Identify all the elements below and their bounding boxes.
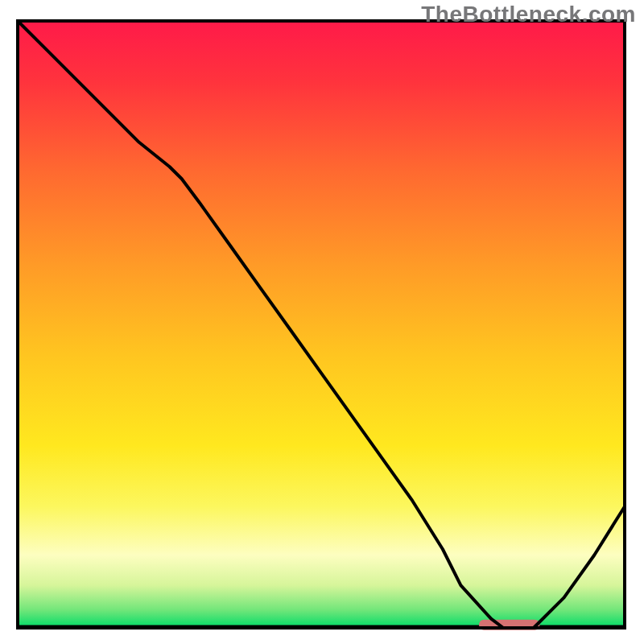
watermark-text: TheBottleneck.com (421, 2, 636, 27)
chart-svg (0, 0, 644, 644)
bottleneck-chart: TheBottleneck.com (0, 0, 644, 644)
